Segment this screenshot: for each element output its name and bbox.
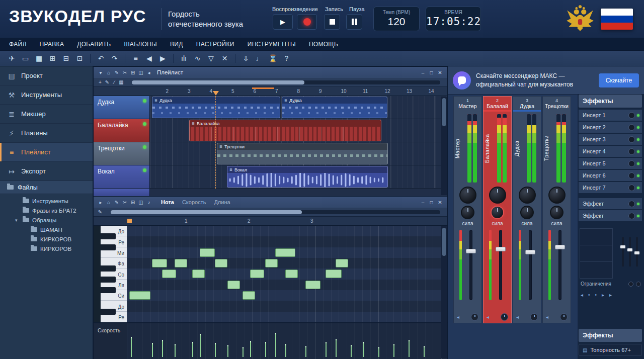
grid-icon[interactable]: ⊞ [129, 200, 137, 205]
clip[interactable]: ≣Трещотки [217, 143, 388, 164]
track-lane[interactable]: ≣Дудка≣Дудка [150, 96, 447, 119]
speaker-icon[interactable]: ◂ [546, 314, 548, 320]
midi-note[interactable] [243, 291, 255, 300]
slider-handle[interactable] [627, 248, 632, 251]
tree-item[interactable]: ▾Образцы [0, 215, 93, 225]
home-icon[interactable]: ⌂ [105, 70, 113, 75]
pencil-icon[interactable]: ✎ [113, 70, 121, 75]
piano-roll-vscrollbar[interactable] [441, 226, 447, 358]
velocity-bar[interactable] [131, 337, 132, 357]
dropdown-icon[interactable]: ▾ [97, 70, 105, 75]
mute-indicator[interactable] [143, 122, 146, 126]
track-name-cell[interactable]: Трещотки [94, 142, 150, 165]
velocity-bar[interactable] [200, 334, 201, 357]
slot-knob[interactable] [628, 213, 635, 219]
stack-icon[interactable]: ◫ [137, 70, 145, 75]
filter-knob[interactable] [520, 206, 534, 219]
files-section-header[interactable]: Файлы [0, 181, 93, 194]
effect-slot[interactable]: Эффект [579, 210, 642, 221]
note-icon[interactable]: ♪ [145, 200, 153, 205]
piano-key-black[interactable] [101, 309, 116, 315]
sidebar-item-playlist[interactable]: ≡Плейлист [0, 143, 93, 162]
mixer-channel-1[interactable]: 1МастерМастерсила◂ [453, 96, 482, 323]
mini-slider[interactable] [622, 237, 624, 266]
velocity-bar[interactable] [215, 343, 216, 357]
windows-icon[interactable]: ⊞ [46, 54, 59, 62]
vscroll-handle[interactable] [442, 98, 446, 126]
playhead-line[interactable] [215, 96, 216, 189]
fader-handle[interactable] [466, 249, 476, 253]
piano-key-black[interactable] [101, 277, 116, 283]
slot-knob[interactable] [628, 185, 635, 191]
midi-note[interactable] [200, 248, 215, 257]
pause-button[interactable] [346, 14, 362, 30]
track-name-cell[interactable]: Вокал [94, 165, 150, 188]
volume-knob[interactable] [519, 187, 536, 204]
hscroll-handle[interactable] [111, 210, 302, 214]
redo-icon[interactable]: ↷ [108, 54, 121, 62]
midi-note[interactable] [326, 270, 342, 278]
undo-icon[interactable]: ↶ [94, 54, 108, 62]
effect-slot[interactable]: Инсерт 3 [579, 134, 642, 145]
loop-marker[interactable] [252, 87, 274, 89]
velocity-bar[interactable] [336, 339, 337, 357]
midi-note[interactable] [175, 259, 187, 267]
menu-item[interactable]: ШАБЛОНЫ [124, 41, 157, 48]
add-icon[interactable]: + [97, 79, 104, 85]
effect-slot[interactable]: Инсерт 2 [579, 122, 642, 133]
home-icon[interactable]: ⌂ [105, 200, 113, 205]
folder-icon[interactable]: ▭ [19, 54, 32, 62]
slot-knob[interactable] [628, 124, 635, 131]
arrow-right-icon[interactable]: ▸ [602, 292, 604, 298]
mute-indicator[interactable] [143, 99, 146, 103]
fader-handle[interactable] [525, 250, 535, 254]
tab-length[interactable]: Длина [214, 199, 230, 205]
speaker-icon[interactable]: ◂ [457, 314, 459, 320]
midi-note[interactable] [152, 259, 167, 267]
slot-knob[interactable] [628, 201, 635, 207]
gauge-icon[interactable]: ⌛ [266, 54, 280, 62]
velocity-bar[interactable] [227, 345, 228, 357]
pan-knob[interactable] [501, 313, 508, 321]
midi-note[interactable] [162, 270, 176, 278]
speaker-icon[interactable]: ◂ [487, 314, 489, 320]
velocity-bar[interactable] [175, 344, 176, 357]
metronome-icon[interactable]: ♩ [253, 54, 266, 62]
tab-note[interactable]: Нота [161, 199, 174, 205]
slot-knob[interactable] [628, 172, 635, 179]
menu-item[interactable]: НАСТРОЙКИ [196, 41, 234, 48]
midi-note[interactable] [129, 291, 150, 300]
record-button[interactable] [297, 14, 317, 30]
mute-indicator[interactable] [143, 168, 146, 172]
playlist-hscrollbar[interactable] [132, 80, 440, 84]
mixer-channel-2[interactable]: 2БалалайБалалайкасила◂ [483, 96, 512, 323]
slot-knob[interactable] [628, 148, 635, 155]
filter-icon[interactable]: ▽ [204, 54, 218, 62]
mute-indicator[interactable] [143, 145, 146, 149]
velocity-bar[interactable] [424, 346, 425, 357]
clip[interactable]: ≣Дудка [152, 97, 280, 118]
piano-key-black[interactable] [101, 287, 116, 293]
playhead-marker[interactable] [213, 91, 219, 96]
tempo-value[interactable]: 120 [374, 16, 419, 28]
step-back-icon[interactable]: ◀ [142, 54, 156, 62]
cut-icon[interactable]: ✕ [218, 54, 231, 62]
velocity-bar[interactable] [265, 342, 266, 357]
fader-handle[interactable] [555, 245, 565, 249]
track-name-cell[interactable]: Дудка [94, 96, 150, 119]
menu-item[interactable]: ПОМОЩЬ [309, 41, 338, 48]
volume-knob[interactable] [459, 187, 476, 204]
effect-slot[interactable]: Эффект [579, 198, 642, 209]
velocity-bar[interactable] [351, 345, 352, 357]
stop-button[interactable] [324, 14, 340, 30]
list-icon[interactable]: ≡ [129, 54, 142, 62]
velocity-bar[interactable] [152, 343, 153, 357]
help-icon[interactable]: ? [280, 54, 293, 62]
arrow-left-icon[interactable]: ◂ [581, 292, 583, 298]
effect-slot[interactable]: Инсерт 7 [579, 182, 642, 193]
close-icon[interactable]: ✕ [436, 200, 444, 205]
sidebar-item-export[interactable]: ↦Экспорт [0, 162, 93, 181]
playlist-ruler[interactable]: 234567891011121314 [94, 87, 447, 96]
tree-item[interactable]: Инструменты [0, 196, 93, 206]
send-icon[interactable]: ✈ [5, 54, 19, 62]
